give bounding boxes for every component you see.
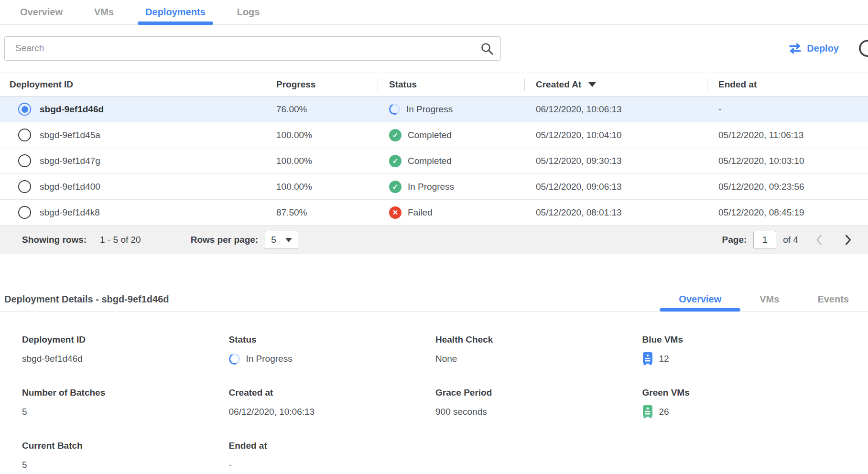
created-at-cell: 05/12/2020, 10:04:10 — [524, 130, 707, 140]
field-blue-vms: Blue VMs 12 — [642, 334, 849, 366]
ended-at-cell: 05/12/2020, 10:03:10 — [707, 156, 868, 166]
field-value: 06/12/2020, 10:06:13 — [229, 405, 436, 419]
deploy-button[interactable]: Deploy — [789, 43, 839, 54]
table-row[interactable]: sbgd-9ef1d46d 76.00% In Progress 06/12/2… — [0, 97, 868, 122]
field-label: Created at — [229, 388, 436, 398]
tab-deployments[interactable]: Deployments — [138, 0, 213, 24]
progress-cell: 100.00% — [265, 156, 378, 166]
refresh-icon — [857, 39, 868, 58]
field-current-batch: Current Batch 5 — [22, 441, 229, 472]
tab-logs[interactable]: Logs — [229, 0, 268, 24]
deployment-id-cell: sbgd-9ef1d47g — [40, 156, 100, 166]
deployment-id-cell: sbgd-9ef1d4k8 — [40, 207, 100, 218]
status-cell: In Progress — [378, 104, 524, 115]
radio-button[interactable] — [18, 154, 31, 167]
tab-deployments-label: Deployments — [145, 7, 206, 18]
vm-count: 12 — [659, 354, 669, 364]
page-total-label: of 4 — [783, 235, 798, 245]
field-label: Health Check — [435, 334, 642, 345]
deploy-label: Deploy — [807, 43, 839, 54]
field-created-at: Created at 06/12/2020, 10:06:13 — [229, 388, 436, 419]
page-number-input[interactable] — [753, 231, 776, 249]
details-title: Deployment Details - sbgd-9ef1d46d — [4, 294, 169, 305]
search-input[interactable] — [4, 36, 501, 61]
sort-desc-caret[interactable] — [588, 82, 596, 87]
progress-cell: 87.50% — [265, 207, 378, 218]
ended-at-cell: 05/12/2020, 08:45:19 — [707, 207, 868, 218]
deployments-table: Deployment ID Progress Status Created At… — [0, 73, 868, 254]
status-completed-icon — [389, 129, 401, 141]
ended-at-cell: 05/12/2020, 11:06:13 — [707, 130, 868, 140]
field-health-check: Health Check None — [435, 334, 642, 366]
field-value: 12 — [642, 352, 849, 366]
table-row[interactable]: sbgd-9ef1d45a 100.00% Completed 05/12/20… — [0, 122, 868, 148]
refresh-button[interactable] — [857, 39, 868, 58]
progress-cell: 100.00% — [265, 130, 378, 140]
blue-vm-server-icon — [642, 352, 653, 366]
column-header-label: Status — [389, 79, 417, 90]
radio-button[interactable] — [18, 206, 31, 219]
details-tab-label: Events — [817, 294, 849, 305]
rows-per-page-select[interactable]: 5 — [265, 231, 298, 249]
chevron-left-icon — [815, 234, 823, 246]
details-tab-overview[interactable]: Overview — [660, 288, 740, 311]
field-value: - — [229, 458, 436, 472]
table-row[interactable]: sbgd-9ef1d4k8 87.50% Failed 05/12/2020, … — [0, 200, 868, 226]
field-value: None — [435, 352, 642, 366]
status-label: In Progress — [246, 354, 293, 364]
details-header: Deployment Details - sbgd-9ef1d46d Overv… — [0, 288, 868, 312]
chevron-right-icon — [845, 234, 852, 246]
field-label: Green VMs — [642, 388, 849, 398]
field-deployment-id: Deployment ID sbgd-9ef1d46d — [22, 334, 229, 366]
table-row[interactable]: sbgd-9ef1d47g 100.00% Completed 05/12/20… — [0, 148, 868, 174]
field-label: Deployment ID — [22, 334, 229, 345]
status-label: Completed — [408, 156, 452, 166]
field-status: Status In Progress — [229, 334, 436, 366]
details-tab-events[interactable]: Events — [798, 288, 868, 311]
column-header-created-at[interactable]: Created At — [524, 73, 707, 96]
status-in-progress-icon — [388, 102, 401, 116]
rows-per-page-label: Rows per page: — [191, 235, 258, 245]
details-grid: Deployment ID sbgd-9ef1d46d Status In Pr… — [0, 312, 868, 472]
table-header-row: Deployment ID Progress Status Created At… — [0, 73, 868, 97]
radio-button[interactable] — [18, 103, 31, 116]
deployment-id-cell: sbgd-9ef1d45a — [40, 130, 100, 140]
ended-at-cell: 05/12/2020, 09:23:56 — [707, 182, 868, 192]
page-controls: Page: of 4 — [722, 231, 855, 249]
tab-logs-label: Logs — [237, 7, 260, 18]
field-value: 5 — [22, 405, 229, 419]
column-header-status[interactable]: Status — [378, 73, 524, 96]
field-value: 5 — [22, 458, 229, 472]
details-tabs: Overview VMs Events — [660, 288, 868, 311]
page-label: Page: — [722, 235, 747, 245]
tab-overview[interactable]: Overview — [12, 0, 70, 24]
next-page-button[interactable] — [842, 231, 855, 248]
status-in-progress-icon — [227, 352, 241, 366]
field-label: Status — [229, 334, 436, 345]
details-tab-label: VMs — [760, 294, 779, 305]
status-cell: In Progress — [378, 181, 524, 193]
column-header-ended-at[interactable]: Ended at — [707, 73, 868, 96]
showing-rows-label: Showing rows: — [22, 235, 87, 245]
green-vm-server-icon — [642, 405, 653, 419]
status-completed-icon — [389, 181, 401, 193]
swap-arrows-icon — [789, 43, 802, 54]
tab-vms-label: VMs — [94, 7, 114, 18]
details-tab-vms[interactable]: VMs — [740, 288, 798, 311]
field-label: Number of Batches — [22, 388, 229, 398]
status-label: In Progress — [406, 104, 453, 115]
field-number-of-batches: Number of Batches 5 — [22, 388, 229, 419]
column-header-label: Ended at — [718, 79, 757, 90]
radio-button[interactable] — [18, 180, 31, 193]
previous-page-button[interactable] — [813, 231, 825, 248]
search-box — [4, 36, 501, 61]
status-label: In Progress — [408, 182, 454, 192]
tab-vms[interactable]: VMs — [87, 0, 121, 24]
column-header-progress[interactable]: Progress — [265, 73, 378, 96]
radio-button[interactable] — [18, 129, 31, 141]
column-header-deployment-id[interactable]: Deployment ID — [0, 73, 265, 96]
created-at-cell: 05/12/2020, 08:01:13 — [524, 207, 707, 218]
field-grace-period: Grace Period 900 seconds — [435, 388, 642, 419]
status-label: Failed — [408, 207, 433, 218]
table-row[interactable]: sbgd-9ef1d400 100.00% In Progress 05/12/… — [0, 174, 868, 200]
